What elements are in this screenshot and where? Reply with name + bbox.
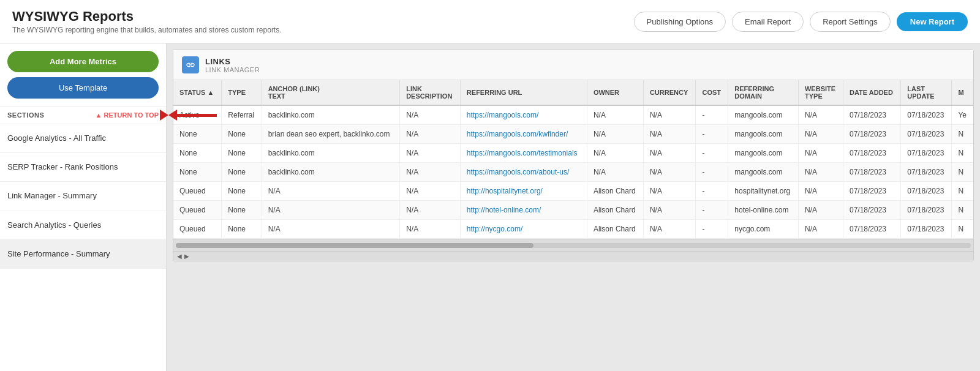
links-table-wrapper[interactable]: STATUS ▲ TYPE ANCHOR (LINK)TEXT LINKDESC… <box>173 80 973 239</box>
cell-description: N/A <box>400 144 461 163</box>
cell-status: Queued <box>173 182 222 201</box>
cell-currency: N/A <box>643 220 696 239</box>
scrollbar-track[interactable] <box>176 243 971 248</box>
cell-last-update: 07/18/2023 <box>901 220 952 239</box>
horizontal-scrollbar[interactable] <box>173 239 973 251</box>
scroll-arrows-row: ◀ ▶ <box>173 251 973 261</box>
cell-anchor: backlinko.com <box>262 163 400 182</box>
cell-m: N <box>952 201 973 220</box>
cell-currency: N/A <box>643 201 696 220</box>
sidebar-item-google-analytics[interactable]: Google Analytics - All Traffic <box>0 124 166 153</box>
add-more-metrics-button[interactable]: Add More Metrics <box>7 51 159 72</box>
cell-owner: N/A <box>587 105 643 125</box>
cell-anchor: backlinko.com <box>262 144 400 163</box>
col-referring-domain: REFERRINGDOMAIN <box>728 80 799 105</box>
table-row: None None brian dean seo expert, backlin… <box>173 125 973 144</box>
cell-referring-domain: nycgo.com <box>728 220 799 239</box>
cell-referring-domain: hotel-online.com <box>728 201 799 220</box>
col-website-type: WEBSITETYPE <box>798 80 843 105</box>
cell-owner: N/A <box>587 144 643 163</box>
cell-referring-domain: mangools.com <box>728 105 799 125</box>
email-report-button[interactable]: Email Report <box>732 12 804 32</box>
sidebar-item-serp-tracker[interactable]: SERP Tracker - Rank Positions <box>0 153 166 182</box>
cell-referring-domain: mangools.com <box>728 144 799 163</box>
cell-last-update: 07/18/2023 <box>901 144 952 163</box>
cell-status: None <box>173 125 222 144</box>
widget-icon <box>182 56 199 73</box>
app-subtitle: The WYSIWYG reporting engine that builds… <box>12 26 282 34</box>
table-header-row: STATUS ▲ TYPE ANCHOR (LINK)TEXT LINKDESC… <box>173 80 973 105</box>
table-row: Active Referral backlinko.com N/A https:… <box>173 105 973 125</box>
cell-currency: N/A <box>643 163 696 182</box>
col-url: REFERRING URL <box>460 80 587 105</box>
sidebar: Add More Metrics Use Template SECTIONS ▲… <box>0 43 167 371</box>
cell-owner: Alison Chard <box>587 182 643 201</box>
cell-type: None <box>222 182 262 201</box>
cell-cost: - <box>696 105 728 125</box>
scroll-right-arrow[interactable]: ▶ <box>184 253 189 260</box>
return-to-top-link[interactable]: ▲ RETURN TO TOP <box>96 111 159 119</box>
new-report-button[interactable]: New Report <box>897 12 968 31</box>
cell-url: https://mangools.com/testimonials <box>460 144 587 163</box>
cell-currency: N/A <box>643 125 696 144</box>
cell-owner: Alison Chard <box>587 220 643 239</box>
cell-m: N <box>952 144 973 163</box>
cell-website-type: N/A <box>798 144 843 163</box>
cell-cost: - <box>696 163 728 182</box>
main-content: LINKS LINK MANAGER STATUS ▲ TYPE ANCHOR … <box>167 43 980 371</box>
scrollbar-thumb[interactable] <box>176 243 533 248</box>
cell-cost: - <box>696 125 728 144</box>
cell-anchor: N/A <box>262 220 400 239</box>
col-date-added: DATE ADDED <box>843 80 900 105</box>
col-anchor: ANCHOR (LINK)TEXT <box>262 80 400 105</box>
col-cost: COST <box>696 80 728 105</box>
cell-date-added: 07/18/2023 <box>843 105 900 125</box>
cell-website-type: N/A <box>798 220 843 239</box>
table-row: None None backlinko.com N/A https://mang… <box>173 163 973 182</box>
cell-date-added: 07/18/2023 <box>843 220 900 239</box>
cell-currency: N/A <box>643 105 696 125</box>
sidebar-sections-header: SECTIONS ▲ RETURN TO TOP <box>0 107 166 124</box>
cell-description: N/A <box>400 163 461 182</box>
cell-m: N <box>952 125 973 144</box>
cell-type: Referral <box>222 105 262 125</box>
app-title-block: WYSIWYG Reports The WYSIWYG reporting en… <box>12 9 282 34</box>
cell-last-update: 07/18/2023 <box>901 182 952 201</box>
cell-m: Ye <box>952 105 973 125</box>
cell-type: None <box>222 201 262 220</box>
col-owner: OWNER <box>587 80 643 105</box>
cell-url: http://nycgo.com/ <box>460 220 587 239</box>
cell-date-added: 07/18/2023 <box>843 201 900 220</box>
sidebar-actions: Add More Metrics Use Template <box>0 43 166 107</box>
links-widget: LINKS LINK MANAGER STATUS ▲ TYPE ANCHOR … <box>173 50 974 261</box>
table-row: None None backlinko.com N/A https://mang… <box>173 144 973 163</box>
sidebar-item-link-manager[interactable]: Link Manager - Summary <box>0 182 166 211</box>
links-table-body: Active Referral backlinko.com N/A https:… <box>173 105 973 239</box>
cell-url: https://mangools.com/ <box>460 105 587 125</box>
return-to-top-wrapper: ▲ RETURN TO TOP <box>96 111 159 119</box>
cell-anchor: N/A <box>262 182 400 201</box>
cell-date-added: 07/18/2023 <box>843 144 900 163</box>
cell-description: N/A <box>400 125 461 144</box>
cell-type: None <box>222 125 262 144</box>
cell-m: N <box>952 163 973 182</box>
cell-description: N/A <box>400 105 461 125</box>
cell-referring-domain: mangools.com <box>728 163 799 182</box>
scroll-left-arrow[interactable]: ◀ <box>177 253 182 260</box>
sidebar-item-search-analytics[interactable]: Search Analytics - Queries <box>0 211 166 240</box>
cell-last-update: 07/18/2023 <box>901 163 952 182</box>
cell-status: Queued <box>173 201 222 220</box>
cell-url: https://mangools.com/kwfinder/ <box>460 125 587 144</box>
cell-date-added: 07/18/2023 <box>843 163 900 182</box>
use-template-button[interactable]: Use Template <box>7 77 159 99</box>
cell-url: http://hotel-online.com/ <box>460 201 587 220</box>
report-settings-button[interactable]: Report Settings <box>810 12 891 32</box>
cell-cost: - <box>696 201 728 220</box>
cell-type: None <box>222 220 262 239</box>
sidebar-item-site-performance[interactable]: Site Performance - Summary <box>0 240 166 269</box>
cell-status: None <box>173 144 222 163</box>
publishing-options-button[interactable]: Publishing Options <box>634 12 726 32</box>
cell-url: https://mangools.com/about-us/ <box>460 163 587 182</box>
col-currency: CURRENCY <box>643 80 696 105</box>
col-status: STATUS ▲ <box>173 80 222 105</box>
